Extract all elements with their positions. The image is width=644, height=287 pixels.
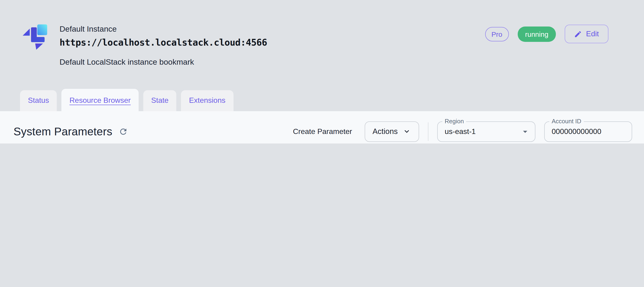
toolbar-divider — [428, 122, 428, 141]
localstack-instance-page: Default Instance https://localhost.local… — [0, 0, 644, 144]
page-title: System Parameters — [14, 125, 112, 138]
refresh-button[interactable] — [119, 127, 128, 136]
create-parameter-button[interactable]: Create Parameter — [293, 127, 352, 136]
region-select[interactable]: Region us-east-1 — [437, 121, 536, 142]
instance-subtitle: Default LocalStack instance bookmark — [60, 58, 267, 67]
tab-status[interactable]: Status — [20, 90, 57, 111]
instance-title: Default Instance — [60, 24, 267, 35]
instance-header: Default Instance https://localhost.local… — [0, 0, 644, 111]
pro-badge: Pro — [485, 27, 509, 41]
tab-resource-browser[interactable]: Resource Browser — [62, 88, 138, 111]
tab-extensions[interactable]: Extensions — [181, 90, 234, 111]
account-id-label: Account ID — [549, 118, 584, 125]
refresh-icon — [119, 127, 128, 136]
instance-tabs: Status Resource Browser State Extensions — [20, 88, 233, 111]
instance-url: https://localhost.localstack.cloud:4566 — [60, 37, 267, 48]
status-badge: running — [518, 26, 556, 42]
edit-button[interactable]: Edit — [565, 25, 608, 43]
region-select-value: us-east-1 — [445, 127, 520, 136]
chevron-down-icon — [402, 127, 411, 136]
dropdown-arrow-icon — [520, 126, 530, 136]
actions-dropdown-button[interactable]: Actions — [365, 121, 419, 142]
account-id-field: Account ID — [544, 121, 632, 142]
account-id-input[interactable] — [552, 127, 626, 136]
tab-state[interactable]: State — [143, 90, 176, 111]
localstack-logo-icon — [21, 24, 48, 50]
resource-toolbar: System Parameters Create Parameter Actio… — [0, 111, 644, 144]
region-select-label: Region — [442, 118, 466, 125]
edit-button-label: Edit — [586, 30, 599, 38]
resource-browser-panel: System Parameters Create Parameter Actio… — [0, 111, 644, 144]
pencil-icon — [574, 30, 582, 38]
actions-label: Actions — [372, 127, 398, 136]
